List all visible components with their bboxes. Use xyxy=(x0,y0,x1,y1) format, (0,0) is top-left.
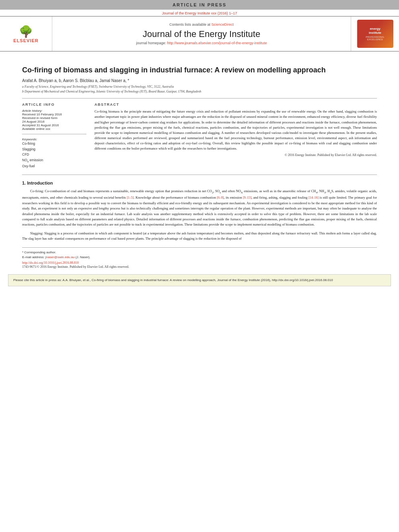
keywords-block: Keywords: Co-firing Slagging CFD NOx emi… xyxy=(22,138,86,169)
affiliation-a: a Faculty of Science, Engineering and Te… xyxy=(22,84,377,89)
badge-title: energyinstitute xyxy=(369,27,381,35)
sciencedirect-link[interactable]: ScienceDirect xyxy=(212,23,234,27)
contents-available-text: Contents lists available at xyxy=(169,23,210,27)
available-online: Available online xxx xyxy=(22,127,86,131)
elsevier-tree-icon: 🌳 xyxy=(19,25,33,38)
doi-line: http://dx.doi.org/10.1016/j.joei.2016.08… xyxy=(22,261,377,265)
journal-ref-line: Journal of the Energy Institute xxx (201… xyxy=(0,10,399,16)
introduction-heading: 1. Introduction xyxy=(22,181,377,185)
doi-text[interactable]: http://dx.doi.org/10.1016/j.joei.2016.08… xyxy=(22,261,79,265)
keyword-nox: NOx emission xyxy=(22,158,86,164)
header-center: Contents lists available at ScienceDirec… xyxy=(52,16,351,51)
main-content: Co-firing of biomass and slagging in ind… xyxy=(0,51,399,242)
abstract-column: ABSTRACT Co-firing biomass is the princi… xyxy=(95,103,377,169)
elsevier-logo-section: 🌳 ELSEVIER xyxy=(0,16,52,51)
energy-institute-logo: energyinstitute PROFESSIONALEXCELLENCE xyxy=(351,16,399,51)
accepted-date: Accepted 31 August 2016 xyxy=(22,123,86,127)
article-in-press-banner: ARTICLE IN PRESS xyxy=(0,0,399,10)
journal-title-header: Journal of the Energy Institute xyxy=(143,29,260,39)
introduction-heading-text: 1. Introduction xyxy=(22,181,53,185)
received-date: Received 10 February 2016 xyxy=(22,113,86,116)
intro-paragraph-1: Co-firing: Co-combustion of coal and bio… xyxy=(22,189,377,227)
journal-homepage-line: journal homepage: http://www.journals.el… xyxy=(136,41,267,45)
email-label: E-mail address: xyxy=(22,255,45,259)
banner-text: ARTICLE IN PRESS xyxy=(173,2,226,7)
section-divider xyxy=(22,175,377,175)
article-info-column: ARTICLE INFO Article history: Received 1… xyxy=(22,103,86,169)
energy-institute-badge: energyinstitute PROFESSIONALEXCELLENCE xyxy=(357,20,393,48)
citation-text: Please cite this article in press as: A.… xyxy=(13,278,333,282)
authors-line: Arafat A. Bhuiyan a, b, Aaron S. Blicbla… xyxy=(22,78,377,83)
article-history-block: Article history: Received 10 February 20… xyxy=(22,109,86,134)
homepage-label: journal homepage: xyxy=(136,41,166,45)
license-line: 1743-9671/© 2016 Energy Institute. Publi… xyxy=(22,265,377,269)
abstract-text: Co-firing biomass is the principle means… xyxy=(95,109,377,151)
header-section: 🌳 ELSEVIER Contents lists available at S… xyxy=(0,16,399,51)
elsevier-logo-box: 🌳 ELSEVIER xyxy=(6,22,46,46)
corresponding-author: * Corresponding author. xyxy=(22,250,377,255)
keyword-oxyfuel: Oxy-fuel xyxy=(22,164,86,169)
article-title: Co-firing of biomass and slagging in ind… xyxy=(22,65,377,75)
journal-ref-text: Journal of the Energy Institute xxx (201… xyxy=(162,11,237,15)
revised-label: Received in revised form xyxy=(22,116,86,120)
email-link[interactable]: jnaser@swin.edu.au xyxy=(45,255,75,259)
history-label: Article history: xyxy=(22,109,86,113)
copyright-line: © 2016 Energy Institute. Published by El… xyxy=(95,153,377,157)
keywords-header: Keywords: xyxy=(22,138,86,141)
affiliations: a Faculty of Science, Engineering and Te… xyxy=(22,84,377,94)
intro-paragraph-2: Slagging: Slagging is a process of combu… xyxy=(22,231,377,242)
keyword-cfd: CFD xyxy=(22,152,86,158)
two-col-section: ARTICLE INFO Article history: Received 1… xyxy=(22,98,377,169)
email-line: E-mail address: jnaser@swin.edu.au (J. N… xyxy=(22,255,377,260)
elsevier-text: ELSEVIER xyxy=(13,38,38,43)
authors-text: Arafat A. Bhuiyan a, b, Aaron S. Blicbla… xyxy=(22,78,129,83)
article-info-header: ARTICLE INFO xyxy=(22,103,86,107)
keyword-slagging: Slagging xyxy=(22,147,86,152)
email-name: (J. Naser). xyxy=(76,255,90,259)
affiliation-b: b Department of Mechanical and Chemical … xyxy=(22,89,377,94)
footnote-section: * Corresponding author. E-mail address: … xyxy=(22,247,377,269)
keyword-cofiring: Co-firing xyxy=(22,141,86,147)
badge-subtitle: PROFESSIONALEXCELLENCE xyxy=(366,36,385,41)
abstract-header: ABSTRACT xyxy=(95,103,377,107)
homepage-link[interactable]: http://www.journals.elsevier.com/journal… xyxy=(167,41,267,45)
revised-date: 24 August 2016 xyxy=(22,120,86,123)
sciencedirect-line: Contents lists available at ScienceDirec… xyxy=(169,23,234,27)
corresponding-author-text: * Corresponding author. xyxy=(22,251,56,254)
citation-bar: Please cite this article in press as: A.… xyxy=(8,274,391,286)
